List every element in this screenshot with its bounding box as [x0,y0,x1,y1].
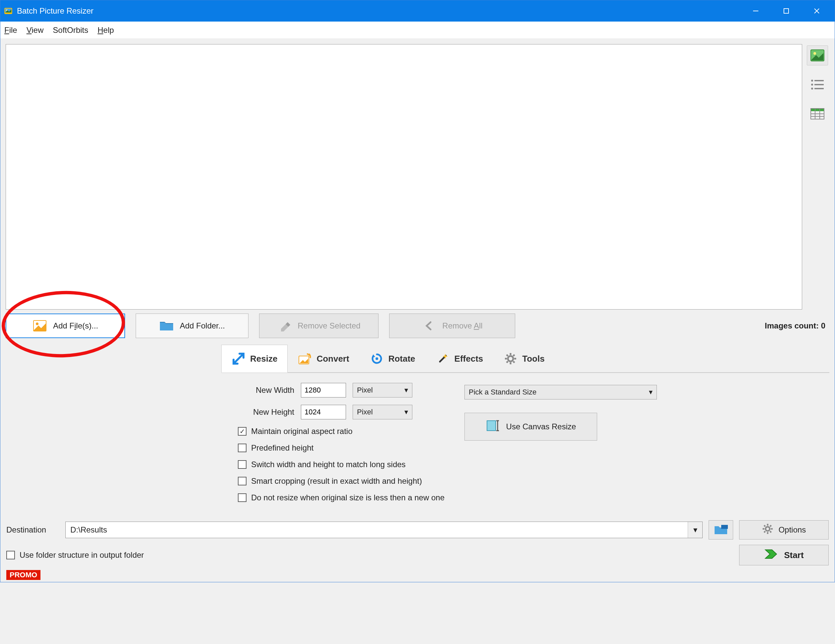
svg-point-9 [811,84,813,86]
menu-softorbits[interactable]: SoftOrbits [53,26,88,35]
app-title: Batch Picture Resizer [17,6,94,16]
svg-point-20 [36,322,39,325]
preview-area [6,44,802,309]
chevron-left-icon [422,319,436,332]
canvas-resize-button[interactable]: Use Canvas Resize [465,413,597,441]
chk-noresize-row[interactable]: Do not resize when original size is less… [238,493,445,503]
svg-point-7 [811,80,813,81]
image-icon [32,319,47,332]
chk-aspect-label: Maintain original aspect ratio [251,427,353,436]
height-unit-value: Pixel [357,408,373,416]
remove-selected-label: Remove Selected [297,321,360,330]
play-arrow-icon [764,548,778,562]
canvas-resize-label: Use Canvas Resize [506,422,576,431]
add-files-button[interactable]: Add File(s)... [6,314,125,338]
width-unit-combo[interactable]: Pixel ▾ [353,383,413,397]
titlebar: Batch Picture Resizer [0,0,835,21]
add-folder-label: Add Folder... [180,321,225,330]
checkbox-icon [238,460,247,469]
height-unit-combo[interactable]: Pixel ▾ [353,405,413,420]
minimize-button[interactable] [741,0,771,21]
add-files-label: Add File(s)... [53,321,98,330]
view-list-button[interactable] [807,75,828,94]
tab-resize[interactable]: Resize [221,345,288,372]
tab-convert-label: Convert [317,354,349,364]
browse-destination-button[interactable] [708,520,733,540]
close-button[interactable] [801,0,832,21]
start-label: Start [784,550,804,560]
tab-effects-label: Effects [455,354,483,364]
gear-icon [762,523,773,537]
maximize-button[interactable] [771,0,801,21]
svg-line-29 [513,361,515,363]
chk-smart-label: Smart cropping (result in exact width an… [251,476,422,486]
svg-point-6 [814,52,816,55]
app-icon [3,6,14,16]
new-height-input[interactable] [301,405,346,420]
tab-tools[interactable]: Tools [493,345,555,372]
options-button[interactable]: Options [739,520,829,540]
new-width-label: New Width [238,385,294,395]
chk-switch-row[interactable]: Switch width and height to match long si… [238,460,445,469]
checkbox-icon [238,444,247,452]
svg-line-44 [770,525,771,527]
chk-predefined-label: Predefined height [251,443,314,452]
chk-predefined-row[interactable]: Predefined height [238,443,445,452]
view-table-button[interactable] [807,104,828,124]
svg-point-11 [811,88,813,89]
options-label: Options [778,525,806,535]
destination-bar: Destination D:\Results ▾ Options [0,516,835,543]
remove-all-button[interactable]: Remove All [389,314,515,338]
tab-convert[interactable]: Convert [288,345,359,372]
svg-rect-4 [784,9,789,13]
chk-smart-row[interactable]: Smart cropping (result in exact width an… [238,476,445,486]
destination-value: D:\Results [70,525,107,535]
remove-selected-button[interactable]: Remove Selected [259,314,379,338]
chk-noresize-label: Do not resize when original size is less… [251,493,445,503]
svg-point-22 [375,357,378,360]
chk-aspect-row[interactable]: ✓ Maintain original aspect ratio [238,427,445,436]
tabstrip: Resize Convert Rotate Effects Tools [221,345,829,372]
svg-line-31 [507,361,508,363]
svg-line-42 [764,525,765,527]
view-mode-strip [807,44,829,124]
wand-icon [436,352,450,366]
svg-line-43 [770,531,771,532]
chk-folder-structure-row[interactable]: Use folder structure in output folder [6,550,144,560]
new-width-input[interactable] [301,383,346,397]
remove-all-label: Remove All [442,321,482,330]
menu-help[interactable]: Help [97,26,114,35]
svg-point-23 [508,356,513,361]
promo-badge[interactable]: PROMO [6,570,41,580]
rotate-icon [370,352,384,366]
svg-rect-8 [814,80,824,81]
add-folder-button[interactable]: Add Folder... [136,314,249,338]
checkbox-icon [238,477,247,485]
new-height-label: New Height [238,407,294,417]
checkbox-icon [238,493,247,502]
svg-line-30 [513,355,515,356]
tab-rotate[interactable]: Rotate [360,345,426,372]
eraser-icon [277,319,292,332]
standard-size-combo[interactable]: Pick a Standard Size ▾ [465,385,657,400]
checkbox-icon: ✓ [238,427,247,436]
destination-combo[interactable]: D:\Results ▾ [65,522,703,538]
tab-effects[interactable]: Effects [426,345,494,372]
menu-file[interactable]: File [4,26,17,35]
images-count: Images count: 0 [765,321,829,330]
chevron-down-icon: ▾ [649,388,653,397]
width-unit-value: Pixel [357,386,373,395]
resize-icon [232,352,245,366]
view-thumbnails-button[interactable] [807,46,828,65]
svg-rect-3 [753,11,759,11]
chevron-down-icon: ▾ [688,522,702,538]
tab-resize-label: Resize [250,354,277,364]
checkbox-icon [6,551,15,559]
canvas-icon [486,419,500,435]
chk-switch-label: Switch width and height to match long si… [251,460,406,469]
file-toolbar: Add File(s)... Add Folder... Remove Sele… [0,309,835,341]
menu-view[interactable]: View [26,26,44,35]
start-button[interactable]: Start [739,545,829,565]
chk-folder-structure-label: Use folder structure in output folder [19,550,144,560]
folder-icon [159,319,174,332]
